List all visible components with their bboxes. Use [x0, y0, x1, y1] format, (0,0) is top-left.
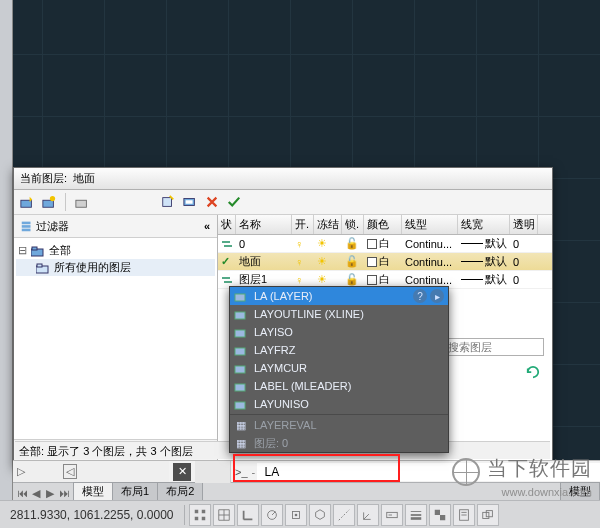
svg-point-27: [294, 513, 297, 516]
ucs-triangle-left-icon: ◁: [63, 464, 77, 479]
svg-rect-13: [37, 264, 42, 267]
layer-row[interactable]: 0♀☀🔓 白Continu... 默认0: [218, 235, 552, 253]
command-icon: [234, 343, 248, 357]
watermark: 当下软件园 www.downxia.com: [452, 455, 592, 498]
autocomplete-sysvar[interactable]: ▦LAYEREVAL: [230, 416, 448, 434]
command-drag-handle[interactable]: [195, 461, 231, 483]
svg-rect-14: [235, 294, 245, 301]
filter-stack-icon[interactable]: [18, 217, 36, 235]
autocomplete-sysvar[interactable]: ▦图层: 0: [230, 434, 448, 452]
tab-model[interactable]: 模型: [73, 482, 113, 500]
command-icon: [234, 289, 248, 303]
globe-icon: [452, 458, 480, 486]
tab-prev-icon[interactable]: ◀: [29, 486, 43, 500]
svg-rect-20: [235, 402, 245, 409]
delete-layer-icon[interactable]: [73, 193, 91, 211]
col-trans[interactable]: 透明: [510, 215, 538, 234]
autocomplete-item[interactable]: LAYUNISO: [230, 395, 448, 413]
selection-cycling-icon[interactable]: [477, 504, 499, 526]
osnap-mode-icon[interactable]: [285, 504, 307, 526]
command-icon: [234, 397, 248, 411]
svg-rect-16: [235, 330, 245, 337]
autocomplete-item[interactable]: LAYMCUR: [230, 359, 448, 377]
col-state[interactable]: 状: [218, 215, 236, 234]
svg-rect-21: [194, 509, 198, 513]
palette-titlebar[interactable]: 当前图层: 地面: [14, 168, 552, 190]
palette-title-prefix: 当前图层:: [20, 171, 67, 186]
layer-states-icon[interactable]: [159, 193, 177, 211]
dyn-input-icon[interactable]: [381, 504, 403, 526]
otrack-mode-icon[interactable]: [333, 504, 355, 526]
filter-pane: 过滤器 « ⊟ 全部 所有使用的图层 反转过滤器(I) «: [14, 215, 218, 461]
expand-icon[interactable]: ▸: [430, 289, 444, 303]
svg-rect-22: [201, 509, 205, 513]
remove-filter-icon[interactable]: [203, 193, 221, 211]
svg-rect-8: [22, 225, 31, 228]
help-icon[interactable]: ?: [413, 289, 427, 303]
autocomplete-item[interactable]: LAYOUTLINE (XLINE): [230, 305, 448, 323]
snap-mode-icon[interactable]: [189, 504, 211, 526]
command-icon: [234, 307, 248, 321]
tree-child-label: 所有使用的图层: [54, 260, 131, 275]
autocomplete-item[interactable]: LAYISO: [230, 323, 448, 341]
svg-rect-17: [235, 348, 245, 355]
transparency-icon[interactable]: [429, 504, 451, 526]
command-close-icon[interactable]: ✕: [173, 463, 191, 481]
ucs-icon-area: ▷ ◁: [13, 460, 169, 482]
svg-rect-29: [434, 509, 439, 514]
sysvar-icon: ▦: [234, 436, 248, 450]
svg-rect-7: [22, 222, 31, 225]
tab-layout2[interactable]: 布局2: [157, 482, 203, 500]
command-icon: [234, 325, 248, 339]
watermark-brand: 当下软件园: [487, 457, 592, 479]
polar-mode-icon[interactable]: [261, 504, 283, 526]
tab-last-icon[interactable]: ⏭: [57, 486, 71, 500]
tab-next-icon[interactable]: ▶: [43, 486, 57, 500]
autocomplete-item[interactable]: LAYFRZ: [230, 341, 448, 359]
autocomplete-item[interactable]: LABEL (MLEADER): [230, 377, 448, 395]
lineweight-icon[interactable]: [405, 504, 427, 526]
collapse-filter-icon[interactable]: «: [201, 220, 213, 232]
svg-rect-9: [22, 229, 31, 232]
col-on[interactable]: 开.: [292, 215, 314, 234]
command-prompt-icon: >_: [231, 466, 252, 478]
svg-rect-3: [76, 200, 87, 207]
layer-filter-icon[interactable]: [181, 193, 199, 211]
svg-rect-4: [163, 198, 172, 207]
layer-search-input[interactable]: [444, 338, 544, 356]
grid-mode-icon[interactable]: [213, 504, 235, 526]
svg-rect-19: [235, 384, 245, 391]
command-icon: [234, 361, 248, 375]
osnap3d-mode-icon[interactable]: [309, 504, 331, 526]
filter-tree[interactable]: ⊟ 全部 所有使用的图层: [14, 238, 217, 439]
svg-rect-15: [235, 312, 245, 319]
filter-header-label: 过滤器: [36, 219, 201, 234]
tree-root[interactable]: ⊟ 全部: [16, 242, 215, 259]
sysvar-icon: ▦: [234, 418, 248, 432]
palette-toolbar: [14, 190, 552, 215]
svg-rect-11: [32, 247, 37, 250]
col-freeze[interactable]: 冻结: [314, 215, 342, 234]
col-ltype[interactable]: 线型: [402, 215, 458, 234]
layer-row[interactable]: ✓地面♀☀🔓 白Continu... 默认0: [218, 253, 552, 271]
layer-search-wrap: [444, 338, 544, 356]
col-name[interactable]: 名称: [236, 215, 292, 234]
palette-dock-strip[interactable]: [0, 0, 13, 528]
svg-rect-23: [194, 516, 198, 520]
col-color[interactable]: 颜色: [364, 215, 402, 234]
ortho-mode-icon[interactable]: [237, 504, 259, 526]
tab-layout1[interactable]: 布局1: [112, 482, 158, 500]
quickprops-icon[interactable]: [453, 504, 475, 526]
ucs-triangle-right-icon: ▷: [17, 465, 25, 478]
ducs-mode-icon[interactable]: [357, 504, 379, 526]
confirm-icon[interactable]: [225, 193, 243, 211]
tree-child[interactable]: 所有使用的图层: [16, 259, 215, 276]
tab-first-icon[interactable]: ⏮: [15, 486, 29, 500]
new-layer-vp-icon[interactable]: [40, 193, 58, 211]
settings-refresh-icon[interactable]: [524, 363, 542, 381]
col-lock[interactable]: 锁.: [342, 215, 364, 234]
col-lwt[interactable]: 线宽: [458, 215, 510, 234]
svg-rect-18: [235, 366, 245, 373]
tree-root-label: 全部: [49, 243, 71, 258]
new-layer-icon[interactable]: [18, 193, 36, 211]
